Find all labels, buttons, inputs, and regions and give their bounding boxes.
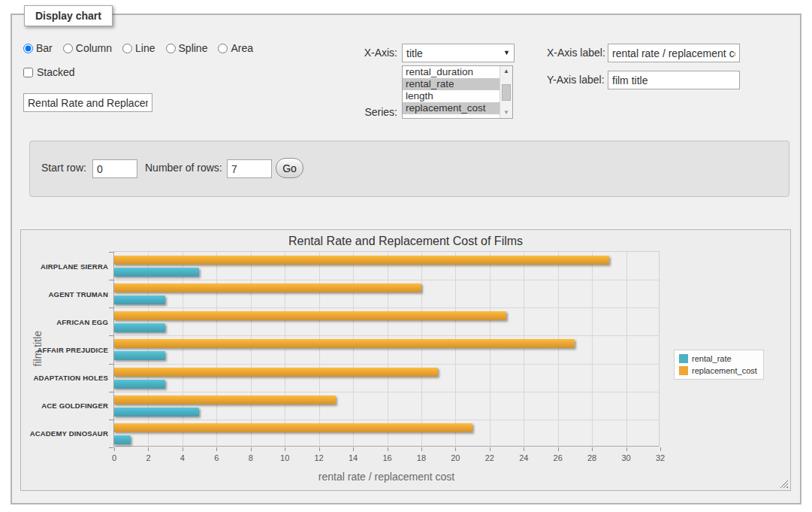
series-option-length[interactable]: length [403,90,500,102]
bar-replacement_cost[interactable] [114,368,438,377]
radio-column[interactable] [63,44,73,53]
bar-rental_rate[interactable] [114,435,131,444]
category-label: ACE GOLDFINGER [21,401,108,410]
x-axis-tick [421,447,422,451]
x-tick-label: 32 [647,453,673,462]
x-tick-label: 18 [409,453,434,462]
legend-swatch-icon [679,354,688,363]
start-row-label: Start row: [41,162,86,174]
x-axis-tick [148,447,149,451]
x-tick-label: 26 [545,453,571,462]
h-gridline [114,280,659,280]
v-gridline [592,252,593,446]
x-axis-select-wrap: title ▼ [402,44,515,62]
radio-label-line: Line [135,42,155,54]
x-axis-tick [660,447,661,451]
h-gridline [114,364,659,365]
fieldset-legend: Display chart [24,5,113,26]
y-axis-tick [109,252,113,253]
chart-legend: rental_ratereplacement_cost [674,350,764,380]
v-gridline [251,252,252,446]
x-axis-tick [626,447,627,451]
bar-rental_rate[interactable] [114,295,165,304]
resize-handle-icon[interactable] [780,480,788,488]
bar-replacement_cost[interactable] [114,311,506,320]
y-axis-tick [109,447,113,448]
scrollbar-thumb[interactable] [502,84,511,101]
x-axis-tick [388,447,388,451]
bar-replacement_cost[interactable] [114,423,472,432]
radio-area[interactable] [218,44,228,53]
x-axis-tick [285,447,285,451]
x-axis-tick [114,447,115,451]
x-axis-tick [216,447,217,451]
v-gridline [216,252,217,446]
x-axis-tick [490,447,491,451]
x-axis-tick [183,447,183,451]
x-tick-label: 20 [442,453,468,462]
v-gridline [626,252,627,446]
category-label: AFRICAN EGG [21,318,108,326]
bar-replacement_cost[interactable] [114,256,609,265]
bar-rental_rate[interactable] [114,323,165,332]
x-axis-title: rental rate / replacement cost [113,471,660,483]
category-label: ACADEMY DINOSAUR [21,429,108,438]
series-multiselect[interactable]: rental_durationrental_ratelengthreplacem… [402,65,513,119]
bar-replacement_cost[interactable] [114,283,421,292]
x-tick-label: 10 [272,453,297,462]
scroll-down-icon[interactable]: ▼ [501,108,512,118]
number-of-rows-input[interactable] [227,159,272,178]
x-axis-tick [558,447,559,451]
v-gridline [455,252,456,446]
go-button[interactable]: Go [276,158,303,178]
chart-title-input[interactable] [23,93,152,112]
bar-rental_rate[interactable] [114,268,199,277]
legend-item-replacement_cost[interactable]: replacement_cost [679,366,757,375]
x-axis-select-label: X-Axis: [354,47,397,59]
series-option-rental_duration[interactable]: rental_duration [403,66,500,78]
scroll-up-icon[interactable]: ▲ [501,66,512,77]
bar-rental_rate[interactable] [114,407,199,417]
radio-spline[interactable] [166,44,176,53]
x-axis-tick [455,447,456,451]
stacked-checkbox-row: Stacked [23,66,75,78]
bar-replacement_cost[interactable] [114,339,575,348]
v-gridline [490,252,491,446]
x-tick-label: 6 [204,453,229,462]
v-gridline [353,252,354,446]
stacked-checkbox[interactable] [23,68,33,77]
h-gridline [114,308,659,308]
series-option-rental_rate[interactable]: rental_rate [403,78,500,90]
x-tick-label: 24 [511,453,536,462]
y-axis-tick [109,392,113,392]
x-tick-label: 22 [477,453,503,462]
bar-replacement_cost[interactable] [114,395,336,404]
bar-rental_rate[interactable] [114,380,165,389]
x-tick-label: 28 [579,453,605,462]
x-axis-label-input[interactable] [608,44,740,62]
start-row-input[interactable] [92,159,137,178]
chart-container: Rental Rate and Replacement Cost of Film… [20,229,791,491]
series-scrollbar[interactable]: ▲ ▼ [500,66,512,118]
radio-bar[interactable] [23,44,33,53]
plot-area: 02468101214161820222426283032AIRPLANE SI… [113,251,660,447]
chart-type-radio-group: BarColumnLineSplineArea [23,42,261,54]
y-axis-label-input[interactable] [608,71,740,89]
h-gridline [114,335,659,336]
x-tick-label: 30 [614,453,639,462]
v-gridline [421,252,422,446]
bar-rental_rate[interactable] [114,351,165,360]
radio-line[interactable] [122,44,132,53]
v-gridline [558,252,559,446]
category-label: ADAPTATION HOLES [21,374,108,382]
series-option-replacement_cost[interactable]: replacement_cost [403,102,500,114]
x-tick-label: 14 [340,453,366,462]
radio-label-bar: Bar [36,42,53,54]
y-axis-tick [109,308,113,308]
x-tick-label: 2 [135,453,161,462]
legend-item-rental_rate[interactable]: rental_rate [679,354,757,363]
v-gridline [285,252,285,446]
legend-swatch-icon [679,366,688,375]
x-axis-select[interactable]: title [402,44,515,62]
h-gridline [114,392,659,392]
